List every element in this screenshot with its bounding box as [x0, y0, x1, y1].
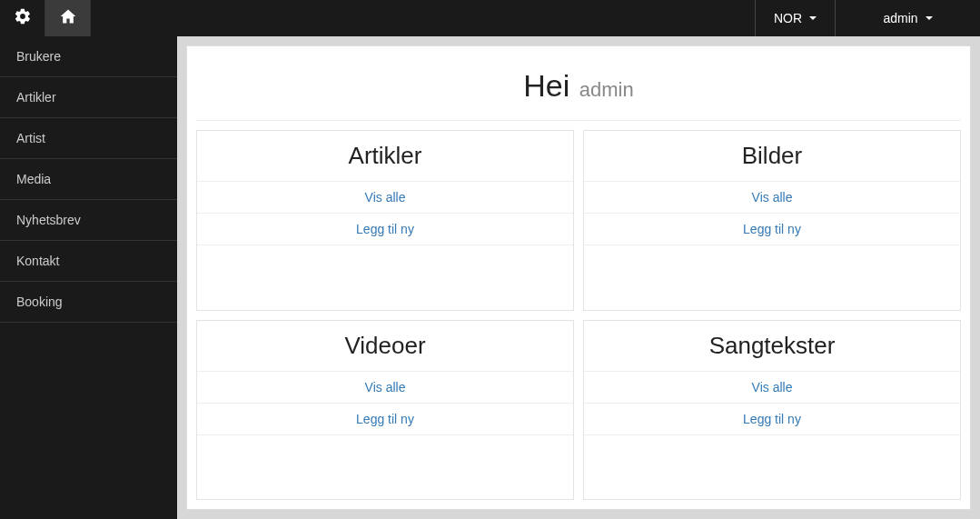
greeting-hello: Hei: [523, 68, 569, 103]
home-icon: [59, 7, 77, 29]
add-new-link[interactable]: Legg til ny: [197, 404, 573, 435]
main-panel: Hei admin Artikler Vis alle Legg til ny …: [186, 45, 971, 510]
topbar-spacer: [91, 0, 755, 36]
card-title: Videoer: [197, 321, 573, 372]
sidebar: Brukere Artikler Artist Media Nyhetsbrev…: [0, 36, 177, 519]
user-label: admin: [883, 11, 917, 25]
greeting: Hei admin: [196, 55, 961, 121]
view-all-link[interactable]: Vis alle: [197, 182, 573, 214]
view-all-link[interactable]: Vis alle: [584, 372, 960, 404]
language-dropdown[interactable]: NOR: [755, 0, 835, 36]
card-grid: Artikler Vis alle Legg til ny Bilder Vis…: [196, 130, 961, 500]
sidebar-item-artist[interactable]: Artist: [0, 118, 177, 159]
home-button[interactable]: [45, 0, 91, 36]
card-title: Sangtekster: [584, 321, 960, 372]
main-area: Hei admin Artikler Vis alle Legg til ny …: [177, 36, 980, 519]
view-all-link[interactable]: Vis alle: [197, 372, 573, 404]
card-sangtekster: Sangtekster Vis alle Legg til ny: [583, 320, 961, 501]
view-all-link[interactable]: Vis alle: [584, 182, 960, 214]
add-new-link[interactable]: Legg til ny: [584, 404, 960, 435]
gear-icon: [14, 7, 32, 29]
sidebar-item-nyhetsbrev[interactable]: Nyhetsbrev: [0, 200, 177, 241]
chevron-down-icon: [926, 16, 933, 20]
sidebar-item-brukere[interactable]: Brukere: [0, 36, 177, 77]
language-label: NOR: [774, 11, 802, 25]
card-title: Artikler: [197, 131, 573, 182]
card-artikler: Artikler Vis alle Legg til ny: [196, 130, 574, 311]
topbar-left: [0, 0, 91, 36]
greeting-username: admin: [579, 78, 634, 101]
sidebar-item-artikler[interactable]: Artikler: [0, 77, 177, 118]
card-videoer: Videoer Vis alle Legg til ny: [196, 320, 574, 501]
card-title: Bilder: [584, 131, 960, 182]
card-bilder: Bilder Vis alle Legg til ny: [583, 130, 961, 311]
sidebar-item-booking[interactable]: Booking: [0, 282, 177, 323]
sidebar-item-kontakt[interactable]: Kontakt: [0, 241, 177, 282]
sidebar-item-media[interactable]: Media: [0, 159, 177, 200]
settings-button[interactable]: [0, 0, 45, 36]
user-dropdown[interactable]: admin: [835, 0, 980, 36]
add-new-link[interactable]: Legg til ny: [584, 214, 960, 245]
add-new-link[interactable]: Legg til ny: [197, 214, 573, 245]
chevron-down-icon: [809, 16, 817, 20]
body-row: Brukere Artikler Artist Media Nyhetsbrev…: [0, 36, 980, 519]
topbar: NOR admin: [0, 0, 980, 36]
